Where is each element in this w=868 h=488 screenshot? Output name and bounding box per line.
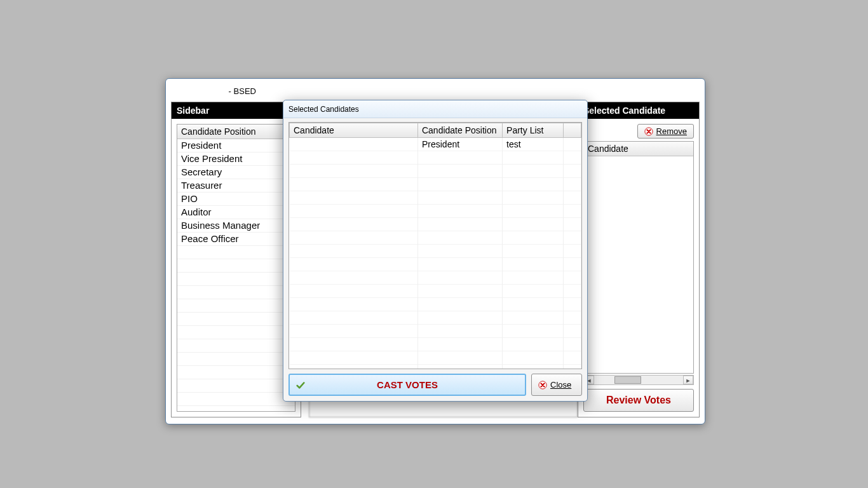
sidebar-item-empty	[177, 313, 295, 326]
sidebar-item-empty	[177, 286, 295, 299]
sidebar-item-empty	[177, 366, 295, 379]
table-row-empty	[290, 365, 581, 370]
table-row-empty	[290, 271, 581, 285]
sidebar-item-empty	[177, 326, 295, 339]
sidebar-item[interactable]: PIO	[177, 193, 295, 206]
remove-button[interactable]: Remove	[637, 124, 694, 139]
remove-x-icon	[644, 127, 653, 136]
table-row-empty	[290, 338, 581, 351]
scroll-right-icon[interactable]: ►	[683, 376, 693, 384]
sidebar-item[interactable]: President	[177, 139, 295, 152]
cell-spacer	[564, 138, 581, 151]
review-votes-button[interactable]: Review Votes	[583, 389, 694, 412]
cell-candidate	[290, 138, 418, 151]
selected-scrollbar-thumb[interactable]	[614, 376, 641, 384]
dialog-table-container: Candidate Candidate Position Party List …	[288, 122, 582, 369]
selected-candidates-dialog: Selected Candidates Candidate Candidate …	[283, 100, 588, 402]
dialog-title: Selected Candidates	[288, 105, 359, 114]
table-row-empty	[290, 218, 581, 231]
sidebar-item-empty	[177, 273, 295, 286]
table-row-empty	[290, 311, 581, 325]
sidebar-column-header[interactable]: Candidate Position	[177, 125, 295, 139]
close-x-icon	[538, 381, 547, 390]
cast-votes-button[interactable]: CAST VOTES	[288, 374, 526, 396]
selected-candidate-column[interactable]: Candidate	[584, 142, 693, 156]
sidebar-panel: Sidebar Candidate Position PresidentVice…	[171, 102, 301, 417]
sidebar-list[interactable]: Candidate Position PresidentVice Preside…	[177, 124, 295, 412]
sidebar-item[interactable]: Peace Officer	[177, 233, 295, 246]
table-row-empty	[290, 205, 581, 218]
table-row-empty	[290, 151, 581, 165]
remove-button-label: Remove	[656, 126, 687, 136]
table-row[interactable]: Presidenttest	[290, 138, 581, 151]
sidebar-item[interactable]: Vice President	[177, 152, 295, 166]
cell-position: President	[417, 138, 502, 151]
sidebar-item-empty	[177, 406, 295, 412]
table-row-empty	[290, 231, 581, 245]
review-votes-label: Review Votes	[606, 395, 671, 406]
sidebar-item[interactable]: Business Manager	[177, 219, 295, 233]
selected-candidates-table[interactable]: Candidate Candidate Position Party List …	[289, 123, 581, 369]
selected-list-scrollbar[interactable]: ◄ ►	[583, 375, 694, 385]
table-row-empty	[290, 258, 581, 271]
sidebar-item-empty	[177, 353, 295, 366]
sidebar-item-empty	[177, 379, 295, 393]
cell-party: test	[503, 138, 564, 151]
table-row-empty	[290, 325, 581, 338]
sidebar-item[interactable]: Secretary	[177, 166, 295, 179]
window-title: - BSED	[170, 86, 256, 96]
dialog-footer: CAST VOTES Close	[288, 374, 582, 396]
sidebar-item[interactable]: Auditor	[177, 206, 295, 219]
sidebar-header: Sidebar	[172, 102, 301, 119]
table-col-spacer	[564, 123, 581, 138]
sidebar-item-empty	[177, 299, 295, 313]
table-row-empty	[290, 285, 581, 298]
table-col-party[interactable]: Party List	[503, 123, 564, 138]
selected-candidate-panel: Selected Candidate Remove Candidate ◄ ►	[578, 102, 700, 417]
table-row-empty	[290, 351, 581, 365]
table-row-empty	[290, 191, 581, 205]
check-icon	[296, 381, 305, 390]
cast-votes-label: CAST VOTES	[377, 379, 438, 390]
table-col-position[interactable]: Candidate Position	[417, 123, 502, 138]
close-button[interactable]: Close	[531, 374, 582, 396]
table-row-empty	[290, 298, 581, 311]
sidebar-item-empty	[177, 393, 295, 406]
table-row-empty	[290, 245, 581, 258]
selected-candidate-header: Selected Candidate	[578, 102, 699, 119]
table-row-empty	[290, 178, 581, 191]
sidebar-item-empty	[177, 259, 295, 273]
table-col-candidate[interactable]: Candidate	[290, 123, 418, 138]
sidebar-item-empty	[177, 339, 295, 353]
dialog-titlebar[interactable]: Selected Candidates	[283, 100, 587, 118]
table-row-empty	[290, 165, 581, 178]
sidebar-item[interactable]: Treasurer	[177, 179, 295, 193]
sidebar-item-empty	[177, 246, 295, 259]
main-titlebar: - BSED	[170, 83, 700, 98]
selected-candidate-list[interactable]: Candidate	[583, 141, 694, 374]
close-button-label: Close	[550, 380, 571, 390]
